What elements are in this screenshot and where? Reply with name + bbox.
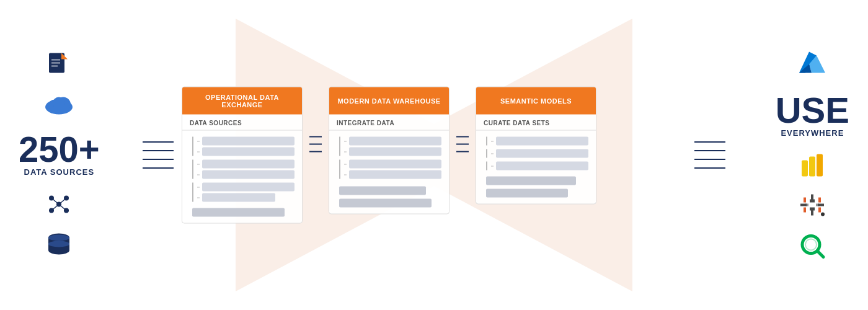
panel-semantic: SEMANTIC MODELS CURATE DATA SETS <box>476 87 596 205</box>
svg-line-14 <box>51 198 59 205</box>
cloud-icon <box>43 94 74 116</box>
svg-line-16 <box>51 205 59 211</box>
left-connector <box>143 141 174 169</box>
database-icon <box>47 232 71 259</box>
left-icons: 250+ DATA SOURCES <box>19 52 100 259</box>
right-text: USE EVERYWHERE <box>776 92 849 138</box>
main-container: 250+ DATA SOURCES <box>0 0 868 310</box>
svg-point-20 <box>48 246 69 255</box>
svg-point-8 <box>53 97 65 110</box>
connector-line <box>694 141 725 143</box>
panels-container: OPERATIONAL DATA EXCHANGE DATA SOURCES <box>180 87 598 224</box>
network-icon <box>46 192 71 217</box>
svg-point-41 <box>821 213 825 216</box>
panel-semantic-content <box>476 131 596 204</box>
panel-warehouse-subheader: INTEGRATE DATA <box>329 115 449 131</box>
svg-line-15 <box>59 198 66 205</box>
svg-rect-1 <box>51 60 60 61</box>
panel-semantic-subheader: CURATE DATA SETS <box>476 115 596 131</box>
svg-rect-36 <box>818 208 821 213</box>
svg-rect-2 <box>51 63 60 64</box>
svg-line-43 <box>817 251 823 257</box>
data-source-label: DATA SOURCES <box>19 167 100 177</box>
connector-line <box>143 159 174 160</box>
connector-line <box>143 167 174 169</box>
search-green-icon <box>799 232 826 260</box>
panel-operational-header: OPERATIONAL DATA EXCHANGE <box>182 87 302 115</box>
svg-rect-33 <box>804 198 806 203</box>
svg-point-21 <box>48 241 69 247</box>
data-source-count: 250+ <box>19 131 100 167</box>
svg-marker-4 <box>61 53 68 60</box>
connector-line <box>694 167 725 169</box>
svg-point-44 <box>805 239 817 250</box>
everywhere-label: EVERYWHERE <box>776 128 849 138</box>
panel-operational: OPERATIONAL DATA EXCHANGE DATA SOURCES <box>182 87 303 224</box>
svg-rect-38 <box>810 208 815 211</box>
left-text: 250+ DATA SOURCES <box>19 131 100 177</box>
azure-icon <box>798 51 826 77</box>
connector-line <box>143 141 174 143</box>
connector-1-2 <box>309 136 322 153</box>
right-section: USE EVERYWHERE <box>776 51 849 260</box>
tableau-icon <box>799 193 825 217</box>
document-icon <box>48 52 70 78</box>
panel-semantic-header: SEMANTIC MODELS <box>476 87 596 115</box>
connector-2-3 <box>456 136 469 153</box>
panel-operational-content <box>182 131 302 223</box>
svg-rect-26 <box>802 161 808 177</box>
connector-line <box>694 159 725 160</box>
panel-operational-subheader: DATA SOURCES <box>182 115 302 131</box>
panel-warehouse: MODERN DATA WAREHOUSE INTEGRATE DATA <box>329 87 450 215</box>
svg-rect-34 <box>804 208 806 213</box>
svg-line-17 <box>59 205 66 211</box>
panel-warehouse-header: MODERN DATA WAREHOUSE <box>329 87 449 115</box>
powerbi-icon <box>800 153 824 178</box>
svg-rect-37 <box>810 200 815 203</box>
right-connector <box>694 141 725 169</box>
left-section: 250+ DATA SOURCES <box>19 52 100 259</box>
svg-rect-28 <box>817 154 823 177</box>
svg-rect-27 <box>809 157 815 177</box>
svg-point-22 <box>48 235 69 241</box>
svg-rect-3 <box>51 66 58 67</box>
connector-line <box>143 150 174 151</box>
svg-rect-40 <box>816 204 819 206</box>
svg-rect-35 <box>818 198 821 203</box>
use-label: USE <box>776 92 849 128</box>
panel-warehouse-content <box>329 131 449 214</box>
connector-line <box>694 150 725 151</box>
svg-rect-39 <box>805 204 808 206</box>
